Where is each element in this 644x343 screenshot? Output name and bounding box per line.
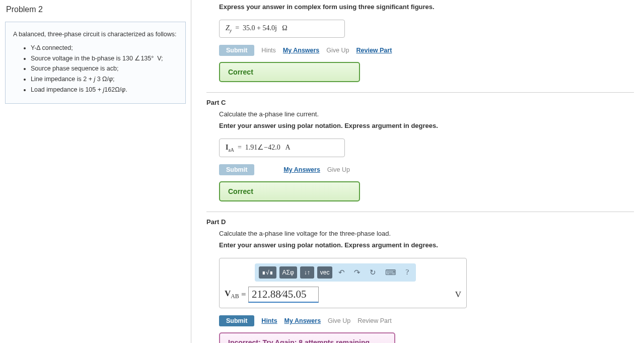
give-up-link: Give Up <box>327 166 350 173</box>
review-part-link[interactable]: Review Part <box>357 317 391 324</box>
partB-instruction: Express your answer in complex form usin… <box>219 3 634 11</box>
submit-button: Submit <box>219 164 254 175</box>
partB-value: 35.0 + 54.0j <box>243 24 277 32</box>
divider <box>206 212 634 212</box>
partB-feedback-correct: Correct <box>219 62 360 82</box>
review-part-link[interactable]: Review Part <box>356 47 392 54</box>
my-answers-link[interactable]: My Answers <box>283 166 320 173</box>
partB-answer-box: Zy = 35.0 + 54.0j Ω <box>219 20 345 38</box>
partC-feedback-correct: Correct <box>219 181 360 201</box>
hints-link: Hints <box>261 47 275 54</box>
submit-button: Submit <box>219 45 254 56</box>
keyboard-icon[interactable]: ⌨ <box>382 267 399 278</box>
problem-bullet: Load impedance is 105 + j162Ω/φ. <box>31 85 178 95</box>
partD-prompt: Calculate the a-phase line voltage for t… <box>219 230 634 237</box>
problem-bullet: Source voltage in the b-phase is 130 ∠13… <box>31 54 178 63</box>
main-content: Express your answer in complex form usin… <box>191 0 644 343</box>
my-answers-link[interactable]: My Answers <box>283 47 319 54</box>
my-answers-link[interactable]: My Answers <box>284 317 321 324</box>
problem-title: Problem 2 <box>5 5 186 14</box>
vector-icon[interactable]: vec <box>317 266 333 279</box>
divider <box>206 92 634 93</box>
help-icon[interactable]: ? <box>402 267 412 278</box>
redo-icon[interactable]: ↷ <box>351 267 364 278</box>
partD-title: Part D <box>206 218 634 226</box>
partC-answer-box: IaA = 1.91∠−42.0 A <box>219 139 345 157</box>
problem-bullet: Y-Δ connected; <box>31 43 178 53</box>
problem-intro: A balanced, three-phase circuit is chara… <box>13 30 178 39</box>
partC-instruction: Enter your answer using polar notation. … <box>219 122 634 129</box>
undo-icon[interactable]: ↶ <box>335 267 348 278</box>
problem-bullet: Source phase sequence is acb; <box>31 64 178 74</box>
template-icon[interactable]: ∎√∎ <box>259 266 276 279</box>
equation-toolbar: ∎√∎ ΑΣφ ↓↑ vec ↶ ↷ ↻ ⌨ ? <box>255 263 416 282</box>
partC-button-row: Submit My Answers Give Up <box>219 164 634 175</box>
reset-icon[interactable]: ↻ <box>367 267 379 278</box>
partD-feedback-incorrect: Incorrect; Try Again; 8 attempts remaini… <box>219 332 395 343</box>
give-up-link[interactable]: Give Up <box>328 317 350 324</box>
subscript-icon[interactable]: ↓↑ <box>300 266 314 279</box>
problem-description: A balanced, three-phase circuit is chara… <box>5 22 186 104</box>
partD-input-box: ∎√∎ ΑΣφ ↓↑ vec ↶ ↷ ↻ ⌨ ? VAB = 212.88∕45… <box>219 258 467 308</box>
partC-title: Part C <box>206 99 634 106</box>
hints-link[interactable]: Hints <box>261 317 277 324</box>
partC-prompt: Calculate the a-phase line current. <box>219 110 634 118</box>
partD-instruction: Enter your answer using polar notation. … <box>219 241 634 249</box>
submit-button[interactable]: Submit <box>219 315 254 326</box>
partC-value: 1.91∠−42.0 <box>245 144 280 151</box>
give-up-link: Give Up <box>326 47 349 54</box>
partD-input[interactable]: 212.88∕45.05 <box>248 287 319 303</box>
problem-bullet: Line impedance is 2 + j 3 Ω/φ; <box>31 75 178 84</box>
partD-button-row: Submit Hints My Answers Give Up Review P… <box>219 315 634 326</box>
greek-icon[interactable]: ΑΣφ <box>279 266 297 279</box>
partB-button-row: Submit Hints My Answers Give Up Review P… <box>219 45 634 56</box>
problem-sidebar: Problem 2 A balanced, three-phase circui… <box>0 0 191 343</box>
